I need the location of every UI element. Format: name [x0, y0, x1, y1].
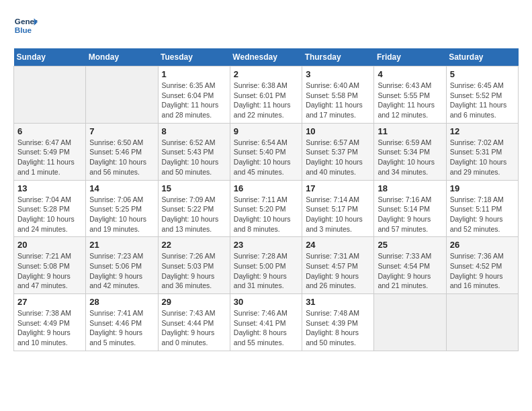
calendar-week-row: 13Sunrise: 7:04 AM Sunset: 5:28 PM Dayli…: [14, 180, 519, 237]
day-info: Sunrise: 6:43 AM Sunset: 5:55 PM Dayligh…: [378, 81, 442, 120]
calendar-week-row: 20Sunrise: 7:21 AM Sunset: 5:08 PM Dayli…: [14, 237, 519, 294]
day-info: Sunrise: 6:45 AM Sunset: 5:52 PM Dayligh…: [450, 81, 515, 120]
calendar-cell: 9Sunrise: 6:54 AM Sunset: 5:40 PM Daylig…: [230, 123, 302, 180]
logo: General Blue: [13, 13, 38, 38]
day-info: Sunrise: 7:41 AM Sunset: 4:46 PM Dayligh…: [89, 308, 154, 348]
calendar-week-row: 6Sunrise: 6:47 AM Sunset: 5:49 PM Daylig…: [14, 123, 519, 180]
calendar-cell: [86, 66, 158, 124]
day-info: Sunrise: 6:40 AM Sunset: 5:58 PM Dayligh…: [306, 81, 370, 120]
day-number: 22: [162, 240, 226, 250]
weekday-header-cell: Saturday: [446, 48, 518, 66]
calendar-cell: 2Sunrise: 6:38 AM Sunset: 6:01 PM Daylig…: [230, 66, 302, 124]
day-number: 30: [234, 297, 298, 307]
day-info: Sunrise: 7:04 AM Sunset: 5:28 PM Dayligh…: [17, 195, 82, 234]
day-number: 16: [234, 183, 298, 193]
day-number: 3: [306, 69, 370, 79]
calendar-table: SundayMondayTuesdayWednesdayThursdayFrid…: [13, 48, 519, 351]
day-number: 7: [89, 126, 154, 136]
calendar-cell: 19Sunrise: 7:18 AM Sunset: 5:11 PM Dayli…: [446, 180, 518, 237]
calendar-cell: 21Sunrise: 7:23 AM Sunset: 5:06 PM Dayli…: [86, 237, 158, 294]
weekday-header-cell: Wednesday: [230, 48, 302, 66]
calendar-cell: 24Sunrise: 7:31 AM Sunset: 4:57 PM Dayli…: [302, 237, 374, 294]
day-info: Sunrise: 6:52 AM Sunset: 5:43 PM Dayligh…: [162, 138, 226, 177]
calendar-cell: 7Sunrise: 6:50 AM Sunset: 5:46 PM Daylig…: [86, 123, 158, 180]
page-header: General Blue: [13, 13, 519, 38]
day-number: 1: [162, 69, 226, 79]
day-info: Sunrise: 6:50 AM Sunset: 5:46 PM Dayligh…: [89, 138, 154, 177]
calendar-cell: 10Sunrise: 6:57 AM Sunset: 5:37 PM Dayli…: [302, 123, 374, 180]
svg-text:Blue: Blue: [15, 26, 32, 34]
calendar-cell: 26Sunrise: 7:36 AM Sunset: 4:52 PM Dayli…: [446, 237, 518, 294]
day-number: 10: [306, 126, 370, 136]
day-number: 31: [306, 297, 370, 307]
calendar-cell: 23Sunrise: 7:28 AM Sunset: 5:00 PM Dayli…: [230, 237, 302, 294]
calendar-cell: 15Sunrise: 7:09 AM Sunset: 5:22 PM Dayli…: [158, 180, 230, 237]
calendar-cell: 16Sunrise: 7:11 AM Sunset: 5:20 PM Dayli…: [230, 180, 302, 237]
calendar-cell: 4Sunrise: 6:43 AM Sunset: 5:55 PM Daylig…: [374, 66, 446, 124]
calendar-cell: 20Sunrise: 7:21 AM Sunset: 5:08 PM Dayli…: [14, 237, 86, 294]
day-number: 13: [17, 183, 82, 193]
calendar-cell: 31Sunrise: 7:48 AM Sunset: 4:39 PM Dayli…: [302, 294, 374, 351]
day-number: 15: [162, 183, 226, 193]
day-number: 19: [450, 183, 515, 193]
day-number: 24: [306, 240, 370, 250]
calendar-cell: 17Sunrise: 7:14 AM Sunset: 5:17 PM Dayli…: [302, 180, 374, 237]
weekday-header-cell: Thursday: [302, 48, 374, 66]
day-number: 11: [378, 126, 442, 136]
day-info: Sunrise: 6:35 AM Sunset: 6:04 PM Dayligh…: [162, 81, 226, 120]
calendar-cell: 13Sunrise: 7:04 AM Sunset: 5:28 PM Dayli…: [14, 180, 86, 237]
calendar-cell: 18Sunrise: 7:16 AM Sunset: 5:14 PM Dayli…: [374, 180, 446, 237]
day-info: Sunrise: 7:16 AM Sunset: 5:14 PM Dayligh…: [378, 195, 442, 234]
calendar-cell: 1Sunrise: 6:35 AM Sunset: 6:04 PM Daylig…: [158, 66, 230, 124]
day-info: Sunrise: 7:11 AM Sunset: 5:20 PM Dayligh…: [234, 195, 298, 234]
day-number: 20: [17, 240, 82, 250]
day-info: Sunrise: 7:21 AM Sunset: 5:08 PM Dayligh…: [17, 251, 82, 291]
day-number: 27: [17, 297, 82, 307]
calendar-week-row: 1Sunrise: 6:35 AM Sunset: 6:04 PM Daylig…: [14, 66, 519, 124]
day-number: 25: [378, 240, 442, 250]
day-number: 8: [162, 126, 226, 136]
calendar-cell: 5Sunrise: 6:45 AM Sunset: 5:52 PM Daylig…: [446, 66, 518, 124]
calendar-cell: [446, 294, 518, 351]
day-info: Sunrise: 7:46 AM Sunset: 4:41 PM Dayligh…: [234, 308, 298, 348]
weekday-header-row: SundayMondayTuesdayWednesdayThursdayFrid…: [14, 48, 519, 66]
calendar-cell: 3Sunrise: 6:40 AM Sunset: 5:58 PM Daylig…: [302, 66, 374, 124]
day-info: Sunrise: 7:36 AM Sunset: 4:52 PM Dayligh…: [450, 251, 515, 291]
day-number: 18: [378, 183, 442, 193]
weekday-header-cell: Friday: [374, 48, 446, 66]
calendar-cell: 27Sunrise: 7:38 AM Sunset: 4:49 PM Dayli…: [14, 294, 86, 351]
day-number: 5: [450, 69, 515, 79]
day-info: Sunrise: 7:26 AM Sunset: 5:03 PM Dayligh…: [162, 251, 226, 291]
day-number: 14: [89, 183, 154, 193]
day-number: 2: [234, 69, 298, 79]
calendar-cell: 6Sunrise: 6:47 AM Sunset: 5:49 PM Daylig…: [14, 123, 86, 180]
day-number: 6: [17, 126, 82, 136]
day-number: 9: [234, 126, 298, 136]
calendar-cell: 8Sunrise: 6:52 AM Sunset: 5:43 PM Daylig…: [158, 123, 230, 180]
calendar-cell: [14, 66, 86, 124]
day-info: Sunrise: 6:38 AM Sunset: 6:01 PM Dayligh…: [234, 81, 298, 120]
day-number: 28: [89, 297, 154, 307]
day-info: Sunrise: 7:48 AM Sunset: 4:39 PM Dayligh…: [306, 308, 370, 348]
day-info: Sunrise: 7:02 AM Sunset: 5:31 PM Dayligh…: [450, 138, 515, 177]
calendar-cell: 28Sunrise: 7:41 AM Sunset: 4:46 PM Dayli…: [86, 294, 158, 351]
day-info: Sunrise: 6:57 AM Sunset: 5:37 PM Dayligh…: [306, 138, 370, 177]
day-number: 12: [450, 126, 515, 136]
calendar-cell: 11Sunrise: 6:59 AM Sunset: 5:34 PM Dayli…: [374, 123, 446, 180]
day-number: 17: [306, 183, 370, 193]
calendar-cell: 12Sunrise: 7:02 AM Sunset: 5:31 PM Dayli…: [446, 123, 518, 180]
day-number: 29: [162, 297, 226, 307]
calendar-cell: 22Sunrise: 7:26 AM Sunset: 5:03 PM Dayli…: [158, 237, 230, 294]
day-number: 4: [378, 69, 442, 79]
day-info: Sunrise: 7:38 AM Sunset: 4:49 PM Dayligh…: [17, 308, 82, 348]
calendar-cell: 14Sunrise: 7:06 AM Sunset: 5:25 PM Dayli…: [86, 180, 158, 237]
day-info: Sunrise: 6:59 AM Sunset: 5:34 PM Dayligh…: [378, 138, 442, 177]
calendar-body: 1Sunrise: 6:35 AM Sunset: 6:04 PM Daylig…: [14, 66, 519, 351]
weekday-header-cell: Sunday: [14, 48, 86, 66]
day-info: Sunrise: 7:28 AM Sunset: 5:00 PM Dayligh…: [234, 251, 298, 291]
day-info: Sunrise: 7:31 AM Sunset: 4:57 PM Dayligh…: [306, 251, 370, 291]
day-number: 21: [89, 240, 154, 250]
day-number: 26: [450, 240, 515, 250]
weekday-header-cell: Tuesday: [158, 48, 230, 66]
day-info: Sunrise: 7:09 AM Sunset: 5:22 PM Dayligh…: [162, 195, 226, 234]
